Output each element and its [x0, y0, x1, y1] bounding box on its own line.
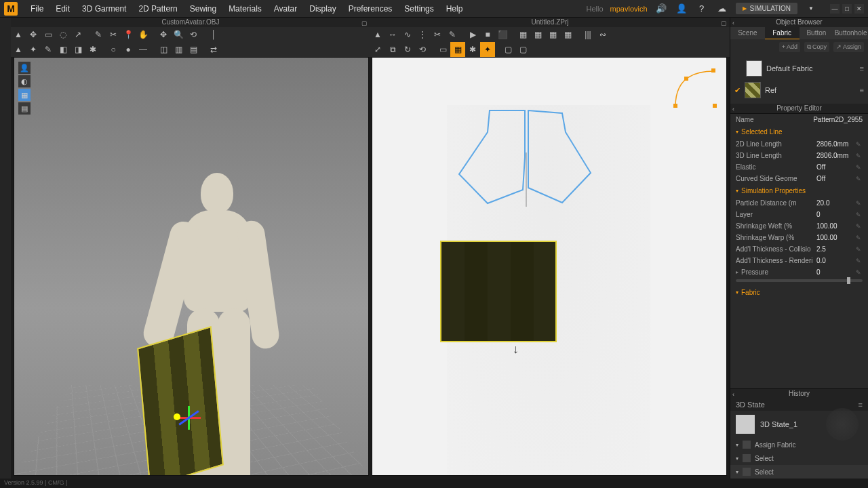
menu-edit[interactable]: Edit: [50, 4, 76, 14]
user-icon[interactable]: 👤: [675, 2, 688, 16]
menu-sewing[interactable]: Sewing: [184, 4, 222, 14]
selected-pattern-textured[interactable]: [440, 241, 557, 342]
tool2-g3[interactable]: ▦: [545, 27, 560, 42]
history-entry[interactable]: Assign Fabric: [730, 438, 868, 451]
menu-preferences[interactable]: Preferences: [342, 4, 399, 14]
tab-button[interactable]: Button: [800, 27, 834, 39]
sub2-d[interactable]: ⟲: [415, 42, 430, 57]
tool2-seam[interactable]: ⋮: [415, 27, 430, 42]
sub2-g[interactable]: ✦: [480, 42, 495, 57]
tool-box[interactable]: ▭: [41, 27, 56, 42]
hint-bulb-icon[interactable]: [826, 408, 859, 441]
prop-row[interactable]: 2D Line Length2806.0mm✎: [730, 138, 868, 150]
simulation-button[interactable]: SIMULATION: [736, 3, 797, 14]
menu-settings[interactable]: Settings: [398, 4, 439, 14]
menu-file[interactable]: File: [24, 4, 50, 14]
tool2-pen[interactable]: ✎: [445, 27, 460, 42]
prop-row[interactable]: 3D Line Length2806.0mm✎: [730, 150, 868, 161]
vis-mesh-icon[interactable]: ▤: [18, 102, 31, 115]
sub-e[interactable]: ◨: [71, 42, 85, 57]
prop-row[interactable]: Particle Distance (m20.0✎: [730, 197, 868, 209]
tool-rotate[interactable]: ⟲: [186, 27, 201, 42]
close-icon[interactable]: ▢: [361, 18, 368, 28]
menu-help[interactable]: Help: [440, 4, 469, 14]
menu-2d-pattern[interactable]: 2D Pattern: [132, 4, 183, 14]
tool2-edit[interactable]: ↔: [385, 27, 400, 42]
sub-h[interactable]: ●: [121, 42, 136, 57]
sound-icon[interactable]: 🔊: [654, 2, 668, 16]
sim-dropdown-icon[interactable]: ▼: [804, 2, 818, 16]
prop-row[interactable]: ElasticOff✎: [730, 161, 868, 173]
fabric-item-default[interactable]: Default Fabric ≡: [734, 58, 864, 79]
tool-lasso[interactable]: ◌: [56, 27, 71, 42]
tool-ruler[interactable]: │: [206, 27, 221, 42]
tool2-stop[interactable]: ■: [480, 27, 495, 42]
collapse-icon[interactable]: ‹: [732, 390, 734, 399]
section-sim-props[interactable]: Simulation Properties: [730, 184, 868, 197]
window-maximize-icon[interactable]: □: [842, 4, 852, 14]
username[interactable]: mpavlovich: [610, 5, 648, 13]
pattern-piece-right[interactable]: [528, 110, 591, 203]
tool2-play[interactable]: ▶: [465, 27, 480, 42]
vis-texture-icon[interactable]: ▦: [18, 89, 31, 101]
menu-materials[interactable]: Materials: [222, 4, 268, 14]
help-icon[interactable]: ?: [695, 2, 709, 16]
tool-move[interactable]: ✥: [26, 27, 41, 42]
prop-row[interactable]: Shrinkage Warp (%100.00✎: [730, 232, 868, 243]
tool-scissors[interactable]: ✂: [106, 27, 121, 42]
gear-icon[interactable]: ≡: [860, 64, 864, 73]
gear-icon[interactable]: ≡: [860, 86, 864, 94]
tool-pan[interactable]: ✥: [156, 27, 171, 42]
sub2-a[interactable]: ⤢: [370, 42, 385, 57]
tab-scene[interactable]: Scene: [730, 27, 765, 39]
vis-xray-icon[interactable]: ◐: [18, 75, 31, 87]
tool2-g4[interactable]: ▦: [560, 27, 575, 42]
tool-pin[interactable]: 📍: [121, 27, 136, 42]
prop-row[interactable]: Add'l Thickness - Renderi0.0✎: [730, 255, 868, 266]
transform-gizmo[interactable]: [157, 396, 197, 437]
tab-buttonhole[interactable]: Buttonhole: [833, 27, 868, 39]
collapse-icon[interactable]: ‹: [732, 104, 734, 114]
history-entry[interactable]: Select: [730, 465, 868, 479]
tool2-g1[interactable]: ▦: [515, 27, 530, 42]
window-minimize-icon[interactable]: —: [830, 4, 840, 14]
tool-zoom[interactable]: 🔍: [171, 27, 186, 42]
sub-i[interactable]: —: [136, 42, 151, 57]
viewport-3d[interactable]: 👤 ◐ ▦ ▤: [14, 57, 369, 476]
cloud-icon[interactable]: ☁: [715, 2, 729, 16]
sub-b[interactable]: ✦: [26, 42, 41, 57]
prop-row[interactable]: Add'l Thickness - Collisio2.5✎: [730, 243, 868, 255]
section-selected-line[interactable]: Selected Line: [730, 125, 868, 138]
file-tab-3d[interactable]: CustomAvatar.OBJ▢: [11, 18, 370, 27]
tool2-curve[interactable]: ∿: [400, 27, 415, 42]
sub-m[interactable]: ⇄: [206, 42, 221, 57]
sub-k[interactable]: ▥: [171, 42, 186, 57]
tool2-bars[interactable]: |||: [580, 27, 595, 42]
sub2-i[interactable]: ▢: [515, 42, 530, 57]
sub2-h[interactable]: ▢: [500, 42, 515, 57]
sub-j[interactable]: ◫: [156, 42, 171, 57]
sub-g[interactable]: ○: [106, 42, 121, 57]
vis-avatar-icon[interactable]: 👤: [18, 62, 31, 74]
pressure-slider[interactable]: [736, 279, 863, 282]
close-icon[interactable]: ▢: [721, 18, 727, 28]
menu-3d-garment[interactable]: 3D Garment: [76, 4, 132, 14]
pattern-piece-left[interactable]: [459, 110, 525, 203]
collapse-icon[interactable]: ‹: [732, 18, 734, 28]
compass-widget[interactable]: [672, 64, 719, 112]
tool2-cut[interactable]: ✂: [430, 27, 445, 42]
add-button[interactable]: Add: [779, 42, 800, 52]
window-close-icon[interactable]: ✕: [854, 4, 864, 14]
sub-l[interactable]: ▤: [186, 42, 201, 57]
menu-display[interactable]: Display: [303, 4, 342, 14]
tool2-misc[interactable]: ∾: [595, 27, 610, 42]
sub2-f[interactable]: ✱: [465, 42, 480, 57]
menu-avatar[interactable]: Avatar: [268, 4, 303, 14]
fabric-item-ref[interactable]: ✔ Ref ≡: [734, 79, 864, 101]
gear-icon[interactable]: ≡: [859, 401, 863, 409]
sub-d[interactable]: ◧: [56, 42, 71, 57]
sub2-b[interactable]: ⧉: [385, 42, 400, 57]
file-tab-2d[interactable]: Untitled.ZPrj▢: [370, 18, 730, 27]
copy-button[interactable]: Copy: [804, 42, 829, 52]
sub-f[interactable]: ✱: [85, 42, 100, 57]
